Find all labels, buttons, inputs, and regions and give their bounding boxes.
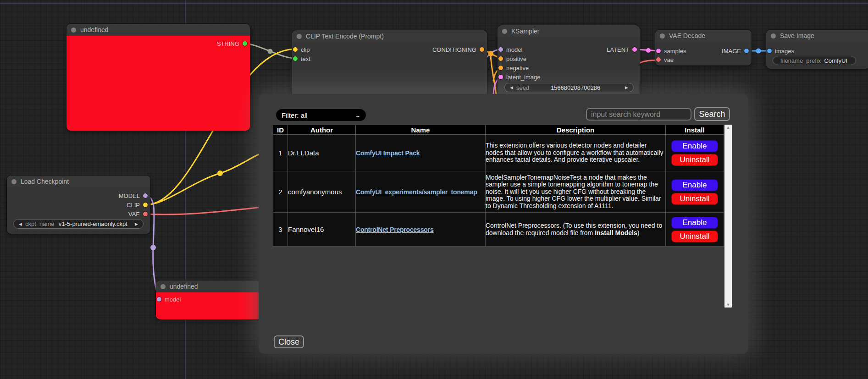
input-slot-positive[interactable]: positive — [498, 55, 526, 62]
uninstall-button[interactable]: Uninstall — [671, 154, 718, 166]
output-slot-latent[interactable]: LATENT — [607, 46, 637, 53]
output-dot-vae[interactable] — [143, 212, 148, 216]
node-collapse-icon[interactable] — [297, 34, 302, 39]
node-collapse-icon[interactable] — [160, 284, 166, 289]
node-collapse-icon[interactable] — [502, 29, 507, 34]
uninstall-button[interactable]: Uninstall — [671, 231, 718, 242]
node-collapse-icon[interactable] — [11, 179, 17, 184]
output-slot-image[interactable]: IMAGE — [722, 47, 749, 55]
input-dot-positive[interactable] — [498, 56, 503, 61]
table-row: 3 Fannovel16 ControlNet Preprocessors Co… — [273, 213, 724, 247]
widget-value: ComfyUI — [821, 57, 854, 64]
cell-description: ModelSamplerTonemapNoiseTest a node that… — [486, 171, 666, 213]
input-dot-model[interactable] — [498, 47, 503, 52]
node-collapse-icon[interactable] — [771, 33, 776, 38]
table-header-row: ID Author Name Description Install — [273, 125, 724, 135]
enable-button[interactable]: Enable — [671, 217, 718, 229]
output-dot-clip[interactable] — [143, 203, 148, 207]
input-dot-latent-image[interactable] — [498, 75, 503, 79]
node-vae-decode[interactable]: VAE Decode samples vae IMAGE — [655, 30, 752, 66]
input-slot-text[interactable]: text — [293, 55, 310, 62]
search-input[interactable] — [586, 108, 691, 121]
node-undefined-top[interactable]: undefined STRING — [66, 24, 250, 131]
extension-link[interactable]: ComfyUI_experiments/sampler_tonemap — [356, 188, 477, 196]
table-scrollbar[interactable]: ▲ ▼ — [724, 125, 732, 308]
increment-arrow-icon[interactable]: ▶ — [132, 220, 141, 229]
output-slot-vae[interactable]: VAE — [128, 210, 148, 218]
node-ksampler[interactable]: KSampler model positive negative latent_… — [498, 25, 640, 99]
node-body: STRING — [66, 36, 250, 131]
output-dot-latent[interactable] — [632, 47, 637, 52]
scroll-up-icon[interactable]: ▲ — [726, 125, 730, 130]
input-slot-clip[interactable]: clip — [293, 46, 310, 53]
chevron-down-icon: ⌄ — [354, 112, 361, 119]
filter-value: Filter: all — [282, 111, 308, 119]
extensions-table: ID Author Name Description Install 1 Dr.… — [273, 125, 724, 247]
decrement-arrow-icon[interactable]: ◀ — [507, 83, 516, 92]
input-slot-negative[interactable]: negative — [498, 64, 529, 71]
output-dot-model[interactable] — [143, 193, 148, 198]
slot-label: positive — [506, 55, 526, 62]
cell-install: Enable Uninstall — [666, 213, 724, 247]
slot-label: MODEL — [119, 192, 140, 199]
node-load-checkpoint[interactable]: Load Checkpoint MODEL CLIP VAE ◀ ckpt_na… — [7, 176, 150, 234]
wire-dot-clip — [217, 170, 223, 176]
search-button[interactable]: Search — [694, 107, 730, 121]
cell-description: This extension offers various detector n… — [486, 135, 666, 171]
output-slot-model[interactable]: MODEL — [119, 192, 148, 199]
input-dot-vae[interactable] — [656, 57, 661, 62]
comfyui-canvas[interactable]: undefined STRING CLIP Text Encode (Promp… — [0, 0, 868, 379]
input-slot-images[interactable]: images — [767, 47, 794, 55]
input-dot-clip[interactable] — [293, 47, 298, 52]
node-collapse-icon[interactable] — [660, 33, 665, 38]
node-undefined-bottom[interactable]: undefined model — [156, 280, 260, 319]
widget-name: filename_prefix — [775, 57, 821, 64]
node-title-bar[interactable]: CLIP Text Encode (Prompt) — [292, 30, 487, 42]
output-slot-clip[interactable]: CLIP — [127, 201, 148, 209]
input-dot-negative[interactable] — [498, 66, 503, 70]
cell-author: comfyanonymous — [288, 171, 356, 213]
input-dot-samples[interactable] — [656, 49, 661, 53]
node-title-bar[interactable]: KSampler — [498, 25, 640, 37]
input-slot-model[interactable]: model — [498, 46, 522, 53]
node-save-image[interactable]: Save Image images filename_prefix ComfyU… — [766, 30, 868, 69]
filter-select[interactable]: Filter: all ⌄ — [276, 109, 366, 121]
node-title-bar[interactable]: Load Checkpoint — [7, 176, 150, 187]
increment-arrow-icon[interactable]: ▶ — [622, 83, 631, 92]
enable-button[interactable]: Enable — [671, 140, 718, 152]
node-title-bar[interactable]: VAE Decode — [655, 30, 752, 42]
scroll-down-icon[interactable]: ▼ — [726, 302, 730, 308]
cell-id: 3 — [273, 213, 288, 247]
output-dot-image[interactable] — [744, 49, 749, 53]
node-clip-text-encode[interactable]: CLIP Text Encode (Prompt) clip text COND… — [292, 30, 487, 99]
input-slot-latent-image[interactable]: latent_image — [498, 73, 540, 81]
decrement-arrow-icon[interactable]: ◀ — [16, 220, 25, 229]
header-id: ID — [273, 125, 288, 135]
input-dot-images[interactable] — [767, 49, 772, 53]
node-title-bar[interactable]: Save Image — [766, 30, 868, 42]
node-collapse-icon[interactable] — [71, 27, 76, 33]
widget-name: ckpt_name — [25, 220, 55, 227]
output-slot-conditioning[interactable]: CONDITIONING — [432, 46, 484, 53]
filename-prefix-widget[interactable]: filename_prefix ComfyUI — [773, 56, 856, 65]
ckpt-name-widget[interactable]: ◀ ckpt_name v1-5-pruned-emaonly.ckpt ▶ — [13, 219, 144, 229]
enable-button[interactable]: Enable — [671, 179, 718, 191]
node-title-bar[interactable]: undefined — [156, 280, 260, 292]
extension-link[interactable]: ComfyUI Impact Pack — [356, 149, 420, 157]
input-dot-text[interactable] — [293, 56, 298, 61]
node-title-bar[interactable]: undefined — [66, 24, 250, 36]
close-button[interactable]: Close — [274, 335, 304, 348]
output-slot-string[interactable]: STRING — [217, 40, 247, 47]
node-title: CLIP Text Encode (Prompt) — [306, 33, 384, 40]
seed-widget[interactable]: ◀ seed 156680208700286 ▶ — [504, 83, 634, 92]
input-slot-model[interactable]: model — [157, 296, 181, 303]
header-description: Description — [486, 125, 666, 135]
output-dot-conditioning[interactable] — [480, 47, 484, 52]
extension-link[interactable]: ControlNet Preprocessors — [356, 226, 433, 233]
input-slot-vae[interactable]: vae — [656, 56, 674, 63]
uninstall-button[interactable]: Uninstall — [671, 193, 718, 205]
input-dot-model[interactable] — [157, 297, 161, 302]
output-dot-string[interactable] — [243, 41, 247, 46]
header-author: Author — [288, 125, 356, 135]
input-slot-samples[interactable]: samples — [656, 47, 686, 55]
